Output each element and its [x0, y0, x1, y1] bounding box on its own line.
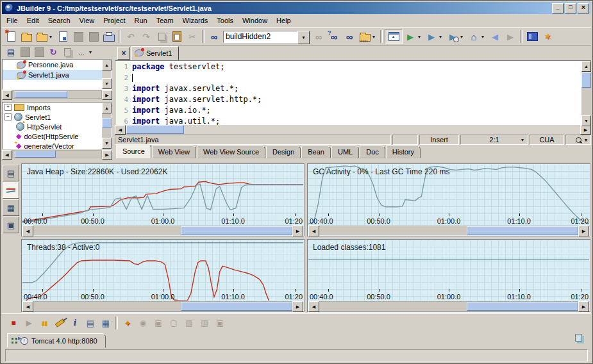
scroll-right-button[interactable]	[578, 226, 589, 236]
home-caret[interactable]	[481, 34, 487, 40]
scroll-track[interactable]	[12, 90, 102, 99]
caret-position-caret[interactable]	[521, 137, 527, 143]
save-all-button[interactable]	[71, 29, 86, 44]
scroll-right-button[interactable]	[292, 301, 303, 312]
tab-bean[interactable]: Bean	[301, 145, 331, 158]
scroll-thumb[interactable]	[15, 151, 56, 158]
close-tab-button[interactable]	[117, 47, 130, 60]
settings-button[interactable]	[212, 316, 228, 330]
expand-icon[interactable]: +	[4, 104, 12, 111]
cut-button[interactable]	[185, 29, 200, 44]
tab-web-view[interactable]: Web View	[152, 145, 196, 158]
messages-icon[interactable]	[575, 334, 582, 342]
stop-button[interactable]	[6, 316, 21, 330]
scroll-thumb[interactable]	[581, 72, 591, 88]
menu-project[interactable]: Project	[99, 15, 129, 26]
snapshot-button[interactable]	[120, 316, 135, 330]
close-button[interactable]	[578, 3, 589, 13]
scroll-track[interactable]	[33, 226, 292, 235]
tree-vscroll[interactable]	[102, 103, 112, 149]
view-snapshot-button[interactable]	[197, 316, 212, 330]
scroll-thumb[interactable]	[15, 91, 67, 98]
file-list-hscroll[interactable]	[2, 90, 112, 99]
tree-item-generate[interactable]: ◆ generate(Vector	[3, 141, 112, 149]
find-references-button[interactable]	[342, 29, 357, 44]
tree-item-doget[interactable]: ◆ doGet(HttpServle	[3, 131, 112, 141]
search-button[interactable]	[206, 29, 222, 44]
menu-edit[interactable]: Edit	[22, 15, 44, 26]
more-button[interactable]: ...	[75, 46, 88, 58]
profile-caret[interactable]	[460, 34, 466, 40]
tab-history[interactable]: History	[386, 145, 421, 158]
minimize-button[interactable]	[552, 3, 564, 13]
build-target-input[interactable]	[223, 31, 297, 43]
open-file-button[interactable]	[19, 29, 34, 44]
file-item-servlet1[interactable]: Servlet1.java	[3, 70, 112, 80]
status-zoom[interactable]	[565, 135, 591, 145]
chart-scrollbar[interactable]	[22, 226, 303, 235]
assist-button[interactable]	[540, 29, 555, 44]
tree-item-servlet1[interactable]: − Servlet1	[3, 112, 112, 122]
help-search-button[interactable]: ?	[326, 29, 342, 44]
status-caret-position[interactable]: 2:1	[460, 135, 528, 145]
scroll-track[interactable]	[319, 226, 578, 235]
scroll-thumb[interactable]	[467, 226, 578, 235]
tab-console[interactable]	[3, 165, 19, 181]
menu-search[interactable]: Search	[44, 15, 75, 26]
title-bar[interactable]: JBuilder 9 - C:/tmp/testservlet/src/test…	[2, 2, 591, 14]
tab-web-view-source[interactable]: Web View Source	[197, 145, 265, 158]
scroll-track[interactable]	[581, 72, 591, 115]
resume-button[interactable]	[21, 316, 37, 330]
save-snapshot-button[interactable]	[151, 316, 166, 330]
tree-item-imports[interactable]: + Imports	[3, 103, 112, 112]
scroll-right-button[interactable]	[292, 226, 303, 236]
run-caret[interactable]	[418, 34, 424, 40]
scroll-down-button[interactable]	[102, 138, 112, 149]
scroll-up-button[interactable]	[581, 61, 591, 72]
pause-button[interactable]	[37, 316, 52, 330]
file-item-personne[interactable]: Personne.java	[3, 60, 112, 70]
scroll-up-button[interactable]	[102, 103, 112, 113]
print-button[interactable]	[101, 29, 117, 44]
tab-classes[interactable]	[3, 217, 19, 233]
tab-design[interactable]: Design	[266, 145, 301, 158]
tab-tomcat[interactable]: Tomcat 4.0 http:8080	[7, 333, 106, 348]
info-button[interactable]	[67, 316, 83, 330]
chart-scrollbar[interactable]	[308, 226, 589, 235]
build-target-combo[interactable]	[223, 31, 310, 43]
scroll-thumb[interactable]	[181, 226, 292, 235]
scroll-left-button[interactable]	[22, 226, 33, 236]
scroll-track[interactable]	[33, 301, 292, 311]
scroll-left-button[interactable]	[22, 301, 33, 312]
collapse-icon[interactable]: −	[4, 113, 12, 120]
scroll-left-button[interactable]	[308, 226, 319, 236]
scroll-thumb[interactable]	[467, 302, 578, 311]
menu-view[interactable]: View	[75, 15, 99, 26]
new-file-button[interactable]	[3, 29, 19, 44]
refresh-button[interactable]	[47, 46, 60, 58]
forward-button[interactable]	[503, 29, 518, 44]
make-project-button[interactable]: 10101	[357, 29, 372, 44]
undo-button[interactable]	[123, 29, 138, 44]
tree-hscroll[interactable]	[2, 150, 112, 158]
scroll-thumb[interactable]	[181, 302, 292, 311]
copy-path-button[interactable]	[61, 46, 74, 58]
export-button[interactable]	[4, 46, 17, 58]
editor-hscroll[interactable]	[115, 125, 591, 134]
scroll-thumb[interactable]	[102, 118, 112, 128]
tab-uml[interactable]: UML	[331, 145, 359, 158]
debug-caret[interactable]	[439, 34, 445, 40]
tree-item-httpservlet[interactable]: HttpServlet	[3, 122, 112, 131]
paste-button[interactable]	[169, 29, 185, 44]
scroll-left-button[interactable]	[115, 125, 126, 135]
scroll-up-button[interactable]	[102, 60, 112, 70]
redo-button[interactable]	[138, 29, 154, 44]
tab-charts[interactable]	[3, 182, 19, 199]
menu-help[interactable]: Help	[272, 15, 296, 26]
back-button[interactable]	[487, 29, 503, 44]
chart-scrollbar[interactable]	[22, 301, 303, 311]
scroll-right-button[interactable]	[580, 125, 591, 135]
toggle-curtain-button[interactable]	[385, 29, 403, 44]
menu-tools[interactable]: Tools	[212, 15, 238, 26]
save-button[interactable]	[55, 29, 71, 44]
